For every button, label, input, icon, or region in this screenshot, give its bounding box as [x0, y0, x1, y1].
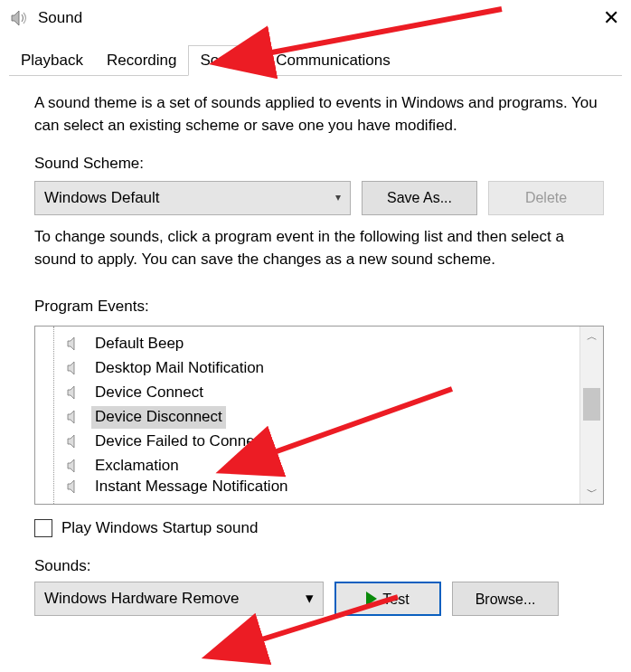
sound-icon — [66, 478, 84, 495]
scrollbar[interactable]: ︿ ﹀ — [579, 327, 603, 504]
scroll-up-button[interactable]: ︿ — [580, 327, 603, 348]
program-event-item[interactable]: Instant Message Notification — [35, 478, 579, 495]
sounds-dropdown[interactable]: Windows Hardware Remove ▾ — [34, 582, 324, 616]
sound-icon — [66, 384, 84, 401]
sound-scheme-dropdown[interactable]: Windows Default ▾ — [34, 181, 351, 215]
program-event-label: Exclamation — [91, 455, 183, 478]
description-text: A sound theme is a set of sounds applied… — [34, 92, 604, 137]
tab-recording[interactable]: Recording — [95, 45, 189, 75]
program-event-label: Device Connect — [91, 382, 207, 404]
startup-sound-checkbox[interactable] — [34, 519, 52, 537]
chevron-down-icon: ▾ — [335, 190, 341, 205]
sound-icon — [66, 433, 84, 450]
window-title: Sound — [38, 9, 82, 27]
scroll-down-button[interactable]: ﹀ — [580, 482, 603, 504]
tab-playback[interactable]: Playback — [9, 45, 95, 75]
delete-button: Delete — [488, 181, 604, 215]
test-button[interactable]: Test — [334, 582, 441, 616]
change-sounds-text: To change sounds, click a program event … — [34, 226, 604, 270]
sound-icon — [66, 336, 84, 352]
sound-icon — [66, 360, 84, 376]
tab-sounds[interactable]: Sounds — [188, 45, 264, 76]
play-icon — [366, 592, 377, 606]
program-event-item[interactable]: Device Disconnect — [35, 405, 579, 430]
test-button-label: Test — [382, 589, 409, 610]
program-events-label: Program Events: — [34, 296, 604, 318]
titlebar: Sound ✕ — [0, 0, 631, 36]
program-event-item[interactable]: Desktop Mail Notification — [35, 356, 579, 381]
program-event-label: Instant Message Notification — [91, 478, 292, 495]
close-button[interactable]: ✕ — [600, 6, 622, 30]
scroll-thumb[interactable] — [583, 388, 600, 421]
program-event-item[interactable]: Default Beep — [35, 332, 579, 356]
tabs: Playback Recording Sounds Communications — [9, 45, 622, 76]
save-as-button[interactable]: Save As... — [362, 181, 477, 215]
program-events-listbox[interactable]: Default BeepDesktop Mail NotificationDev… — [34, 326, 604, 505]
sound-scheme-label: Sound Scheme: — [34, 153, 604, 175]
program-event-label: Device Disconnect — [91, 406, 226, 429]
tab-communications[interactable]: Communications — [264, 45, 402, 75]
program-event-item[interactable]: Device Connect — [35, 381, 579, 405]
program-event-label: Default Beep — [91, 333, 187, 355]
program-event-item[interactable]: Exclamation — [35, 454, 579, 478]
chevron-down-icon: ▾ — [306, 588, 314, 610]
program-event-item[interactable]: Device Failed to Connect — [35, 430, 579, 454]
scroll-track[interactable] — [580, 348, 603, 482]
tree-line — [53, 327, 54, 504]
sounds-label: Sounds: — [34, 555, 604, 578]
startup-sound-label: Play Windows Startup sound — [61, 517, 258, 540]
sound-icon — [66, 409, 84, 425]
program-event-label: Device Failed to Connect — [91, 431, 270, 453]
sound-icon — [9, 8, 29, 28]
browse-button[interactable]: Browse... — [452, 582, 559, 616]
sound-icon — [66, 458, 84, 474]
sounds-value: Windows Hardware Remove — [44, 588, 239, 610]
program-event-label: Desktop Mail Notification — [91, 357, 268, 380]
sound-scheme-value: Windows Default — [44, 187, 160, 210]
